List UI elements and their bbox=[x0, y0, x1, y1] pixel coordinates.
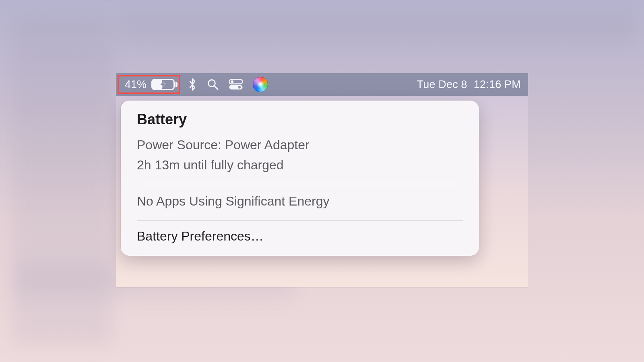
bluetooth-icon bbox=[188, 78, 197, 91]
control-center-icon bbox=[229, 79, 243, 90]
power-source-line: Power Source: Power Adapter bbox=[137, 135, 463, 155]
battery-menu-item[interactable]: 41% bbox=[118, 75, 180, 94]
svg-point-5 bbox=[238, 86, 241, 88]
bluetooth-menu-item[interactable] bbox=[183, 73, 202, 96]
spotlight-menu-item[interactable] bbox=[202, 73, 224, 96]
search-icon bbox=[207, 78, 219, 90]
battery-preferences-item[interactable]: Battery Preferences… bbox=[137, 228, 463, 244]
popover-title: Battery bbox=[137, 111, 463, 128]
battery-popover: Battery Power Source: Power Adapter 2h 1… bbox=[121, 101, 479, 256]
menu-bar: 41% bbox=[116, 73, 528, 96]
battery-percent-label: 41% bbox=[125, 78, 147, 91]
siri-icon bbox=[253, 77, 268, 92]
divider bbox=[137, 184, 463, 184]
battery-charging-icon bbox=[151, 79, 175, 90]
apps-energy-line: No Apps Using Significant Energy bbox=[137, 191, 463, 212]
divider bbox=[137, 220, 463, 221]
screenshot-panel: 41% bbox=[116, 73, 528, 287]
svg-point-3 bbox=[231, 80, 233, 83]
menubar-date: Tue Dec 8 bbox=[417, 78, 467, 91]
svg-line-1 bbox=[215, 86, 218, 89]
control-center-menu-item[interactable] bbox=[224, 73, 248, 96]
date-time-menu-item[interactable]: Tue Dec 8 12:16 PM bbox=[417, 78, 528, 91]
time-remaining-line: 2h 13m until fully charged bbox=[137, 155, 463, 175]
menubar-time: 12:16 PM bbox=[474, 78, 521, 91]
siri-menu-item[interactable] bbox=[248, 73, 273, 96]
